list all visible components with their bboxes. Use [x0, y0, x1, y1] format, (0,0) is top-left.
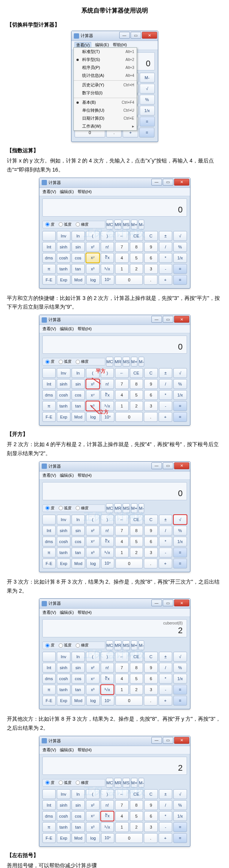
menu-view[interactable]: 查看(V)	[42, 473, 56, 478]
key-∛x[interactable]: ∛x	[101, 390, 114, 400]
key-cos[interactable]: cos	[72, 674, 85, 684]
key-Inv[interactable]: Inv	[57, 789, 70, 799]
key-π[interactable]: π	[42, 548, 56, 557]
key-C[interactable]: C	[144, 789, 158, 799]
key-8[interactable]: 8	[130, 242, 143, 252]
key-4[interactable]: 4	[115, 253, 129, 263]
key-dot[interactable]: .	[144, 412, 157, 422]
key-6[interactable]: 6	[144, 253, 158, 263]
close-button[interactable]: ✕	[142, 32, 157, 39]
key-*[interactable]: *	[159, 674, 173, 684]
key-∛x[interactable]: ∛x	[101, 537, 114, 546]
key-2[interactable]: 2	[130, 548, 143, 557]
key-mr[interactable]: MR	[114, 220, 122, 229]
menu-view[interactable]: 查看(V)	[42, 326, 56, 332]
key-sinh[interactable]: sinh	[57, 800, 70, 810]
key-n![interactable]: n!	[101, 379, 114, 389]
key-tan[interactable]: tan	[72, 685, 85, 695]
key-ms[interactable]: MS	[123, 503, 130, 513]
key-CE[interactable]: CE	[130, 652, 143, 662]
key-√[interactable]: √	[173, 652, 187, 662]
key-pct[interactable]: %	[140, 95, 155, 105]
minimize-button[interactable]: —	[151, 179, 162, 186]
minimize-button[interactable]: —	[151, 599, 162, 606]
key-dot[interactable]: .	[144, 559, 157, 568]
menu-edit[interactable]: 编辑(E)	[60, 473, 74, 478]
menu-edit[interactable]: 编辑(E)	[60, 747, 74, 753]
key-CE[interactable]: CE	[130, 368, 143, 378]
key-√[interactable]: √	[173, 789, 187, 799]
key-m-[interactable]: M-	[139, 778, 144, 788]
key-Inv[interactable]: Inv	[57, 231, 70, 241]
key-Exp[interactable]: Exp	[57, 275, 70, 285]
key-±[interactable]: ±	[159, 368, 173, 378]
close-button[interactable]: ✕	[174, 316, 189, 323]
key-add[interactable]: +	[159, 696, 172, 706]
key-mr[interactable]: MR	[114, 640, 122, 650]
key-add[interactable]: +	[159, 559, 172, 568]
key-CE[interactable]: CE	[130, 789, 143, 799]
menu-edit[interactable]: 编辑(E)	[60, 610, 74, 615]
key-sinh[interactable]: sinh	[57, 663, 70, 673]
key-cos[interactable]: cos	[72, 537, 85, 546]
key-3[interactable]: 3	[144, 401, 158, 411]
key-1[interactable]: 1	[115, 401, 129, 411]
key-([interactable]: (	[86, 368, 100, 378]
key-8[interactable]: 8	[130, 379, 143, 389]
key-x²[interactable]: x²	[86, 663, 100, 673]
radio-deg[interactable]: 度	[45, 780, 55, 785]
key-10ˣ[interactable]: 10ˣ	[101, 559, 115, 568]
radio-deg[interactable]: 度	[45, 643, 55, 648]
key-sqrt[interactable]: √	[140, 84, 155, 94]
key-Exp[interactable]: Exp	[57, 696, 70, 706]
key-Inv[interactable]: Inv	[57, 652, 70, 662]
key-←[interactable]: ←	[115, 515, 129, 525]
key-5[interactable]: 5	[130, 253, 143, 263]
key-sin[interactable]: sin	[72, 242, 85, 252]
menu-edit[interactable]: 编辑(E)	[60, 326, 74, 332]
key-8[interactable]: 8	[130, 526, 143, 535]
key-√[interactable]: √	[173, 515, 187, 525]
key-2[interactable]: 2	[130, 822, 143, 832]
key-ln[interactable]: ln	[72, 231, 85, 241]
key-/[interactable]: /	[159, 800, 173, 810]
menu-edit[interactable]: 编辑(E)	[60, 189, 74, 195]
key-ms[interactable]: MS	[123, 357, 130, 367]
radio-deg[interactable]: 度	[45, 359, 55, 364]
key-/[interactable]: /	[159, 526, 173, 535]
key-tan[interactable]: tan	[72, 401, 85, 411]
key-%[interactable]: %	[173, 379, 187, 389]
key-³√x[interactable]: ³√x	[101, 822, 114, 832]
key-m-[interactable]: M-	[139, 503, 144, 513]
key-sin[interactable]: sin	[72, 379, 85, 389]
close-button[interactable]: ✕	[174, 599, 189, 606]
menu-help[interactable]: 帮助(H)	[78, 473, 92, 478]
key-/[interactable]: /	[159, 379, 173, 389]
radio-rad[interactable]: 弧度	[58, 780, 72, 785]
key-cosh[interactable]: cosh	[57, 253, 70, 263]
key-10ˣ[interactable]: 10ˣ	[101, 833, 115, 843]
key-Int[interactable]: Int	[42, 800, 56, 810]
key-([interactable]: (	[86, 231, 100, 241]
key-Int[interactable]: Int	[42, 242, 56, 252]
key-add[interactable]: +	[159, 833, 172, 843]
key-←[interactable]: ←	[115, 368, 129, 378]
key-C[interactable]: C	[144, 231, 158, 241]
key-sinh[interactable]: sinh	[57, 379, 70, 389]
key-√[interactable]: √	[173, 368, 187, 378]
key-eq[interactable]: =	[173, 833, 187, 843]
key-add[interactable]: +	[159, 275, 172, 285]
key-=[interactable]: =	[173, 264, 187, 274]
menu-view[interactable]: 查看(V)	[42, 747, 56, 753]
key-1/x[interactable]: 1/x	[173, 390, 187, 400]
key-)[interactable]: )	[101, 789, 114, 799]
key-±[interactable]: ±	[159, 652, 173, 662]
menu-item-date[interactable]: 日期计算(D)Ctrl+E	[74, 114, 137, 122]
key-mr[interactable]: MR	[114, 503, 122, 513]
key-eq[interactable]: =	[173, 696, 187, 706]
key-x³[interactable]: x³	[86, 264, 100, 274]
key-π[interactable]: π	[42, 401, 56, 411]
key-±[interactable]: ±	[159, 789, 173, 799]
menu-item-standard[interactable]: 标准型(T)Alt+1	[74, 48, 137, 56]
key-eq[interactable]: =	[173, 275, 187, 285]
